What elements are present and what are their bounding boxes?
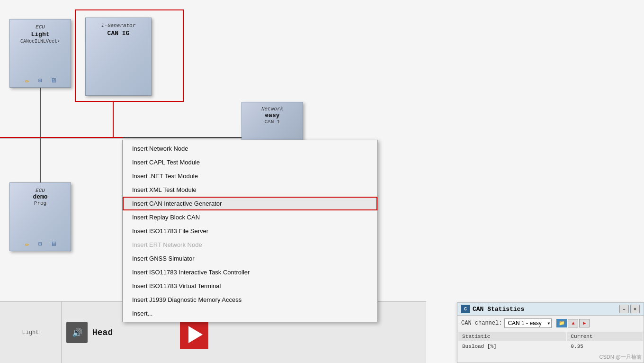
bottom-icon-area: 🔊 Head: [62, 302, 117, 363]
menu-item-insert-iso11783-vt[interactable]: Insert ISO11783 Virtual Terminal: [123, 279, 377, 293]
minimize-button[interactable]: –: [619, 305, 629, 313]
close-button[interactable]: ✕: [630, 305, 640, 313]
speaker-icon: 🔊: [66, 322, 88, 343]
line-igen-red-v: [113, 102, 114, 137]
menu-item-insert-capl-test-module[interactable]: Insert CAPL Test Module: [123, 155, 377, 169]
stack-icon[interactable]: ⊞: [35, 76, 45, 85]
ecu-light-label-top: ECU: [36, 24, 45, 30]
channel-select[interactable]: CAN 1 - easy CAN 2: [504, 318, 552, 328]
channel-select-wrap[interactable]: CAN 1 - easy CAN 2: [504, 318, 552, 328]
head-label: Head: [92, 328, 113, 337]
network-label-main: easy: [265, 112, 279, 119]
igen-label-main: CAN IG: [107, 30, 130, 37]
stat-busload-label: Busload [%]: [458, 342, 566, 351]
ecu-demo-label-main: demo: [33, 193, 47, 200]
context-menu: Insert Network Node Insert CAPL Test Mod…: [122, 140, 378, 322]
can-stats-channel: CAN channel: CAN 1 - easy CAN 2 📁 ▲ ▶: [457, 316, 644, 331]
menu-item-insert-net-test-module[interactable]: Insert .NET Test Module: [123, 169, 377, 183]
menu-item-insert-iso11783-file-server[interactable]: Insert ISO11783 File Server: [123, 224, 377, 238]
csdn-watermark: CSDN @一只楠前: [599, 354, 642, 361]
menu-item-insert-replay-block-can[interactable]: Insert Replay Block CAN: [123, 210, 377, 224]
stack-icon-demo[interactable]: ⊞: [35, 240, 45, 248]
canvas: ECU Light CANoeILNLVect‹ ✏ ⊞ 🖥 I-Generat…: [0, 0, 644, 363]
igen-label-top: I-Generator: [101, 23, 136, 28]
line-ecu-demo-v: [40, 137, 41, 184]
network-label-top: Network: [261, 106, 283, 112]
up-icon[interactable]: ▲: [568, 319, 578, 327]
ecu-demo-label-top: ECU: [36, 188, 45, 193]
channel-label: CAN channel:: [461, 320, 502, 327]
ecu-light-icons: ✏ ⊞ 🖥: [22, 76, 59, 85]
right-panel-icon[interactable]: ▶: [579, 319, 590, 327]
line-igen-red-h: [0, 137, 123, 138]
can-stats-icon: C: [461, 305, 470, 313]
menu-item-insert-can-interactive-gen[interactable]: Insert CAN Interactive Generator: [123, 197, 377, 210]
igen-block-border: I-Generator CAN IG: [75, 9, 184, 102]
ecu-demo-label-sub: Prog: [34, 200, 46, 206]
play-button-area: [180, 320, 208, 349]
panel-controls: – ✕: [619, 305, 640, 313]
stat-busload-value: 0.35: [567, 342, 643, 351]
ecu-light-label-main: Light: [31, 31, 49, 38]
can-stats-title: CAN Statistics: [473, 306, 524, 313]
menu-item-insert-j1939-dma[interactable]: Insert J1939 Diagnostic Memory Access: [123, 293, 377, 307]
ecu-light-block: ECU Light CANoeILNLVect‹ ✏ ⊞ 🖥: [9, 19, 71, 88]
menu-item-insert-network-node[interactable]: Insert Network Node: [123, 142, 377, 155]
col-current: Current: [567, 332, 643, 341]
can-stats-header: C CAN Statistics – ✕: [457, 303, 644, 316]
menu-item-insert-more[interactable]: Insert...: [123, 307, 377, 320]
menu-item-insert-ert-network-node: Insert ERT Network Node: [123, 238, 377, 252]
bottom-left: Light: [0, 302, 62, 363]
menu-item-insert-iso11783-itc[interactable]: Insert ISO11783 Interactive Task Control…: [123, 265, 377, 279]
pencil-icon-demo[interactable]: ✏: [22, 240, 32, 248]
play-button[interactable]: [180, 320, 208, 349]
line-ecu-light-v: [40, 88, 41, 137]
ecu-light-label-sub: CANoeILNLVect‹: [20, 39, 60, 44]
menu-item-insert-xml-test-module[interactable]: Insert XML Test Module: [123, 183, 377, 197]
network-block: Network easy CAN 1: [242, 102, 303, 142]
network-label-sub: CAN 1: [264, 119, 280, 125]
col-statistic: Statistic: [458, 332, 566, 341]
monitor-icon-demo[interactable]: 🖥: [48, 240, 59, 248]
pencil-icon[interactable]: ✏: [22, 76, 32, 85]
table-row: Busload [%] 0.35: [458, 342, 643, 351]
menu-item-insert-gnss-simulator[interactable]: Insert GNSS Simulator: [123, 252, 377, 265]
monitor-icon[interactable]: 🖥: [48, 76, 59, 85]
ecu-demo-block: ECU demo Prog ✏ ⊞ 🖥: [9, 182, 71, 251]
igen-block: I-Generator CAN IG: [85, 18, 152, 96]
bottom-light-label: Light: [22, 329, 39, 336]
ecu-demo-icons: ✏ ⊞ 🖥: [22, 240, 59, 248]
can-stats-table: Statistic Current Busload [%] 0.35: [457, 331, 644, 352]
folder-icon[interactable]: 📁: [556, 319, 567, 327]
